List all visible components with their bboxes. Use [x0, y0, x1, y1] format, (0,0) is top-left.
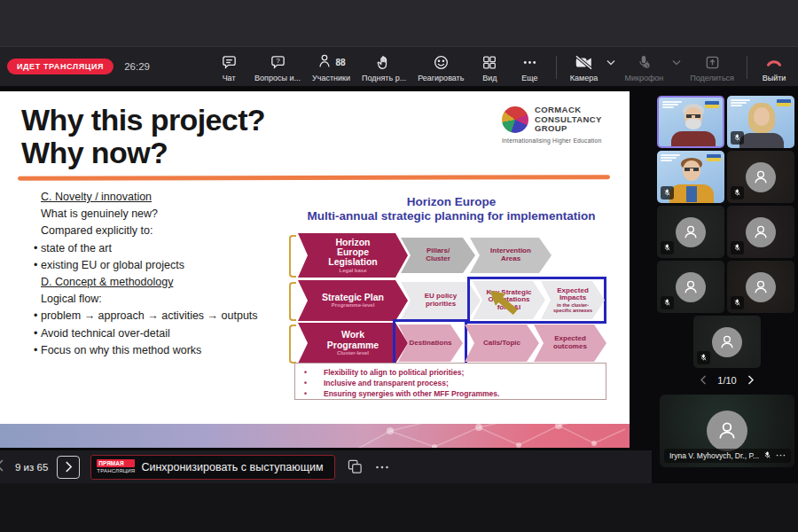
mic-off-icon	[636, 54, 652, 72]
avatar-tile[interactable]	[727, 151, 794, 203]
outline-line: D. Concept & methodology	[27, 274, 284, 291]
arrow-strategic-plan: Strategic PlanProgramme-level	[298, 280, 408, 321]
presentation-controls-bar: 9 из 65 ПРЯМАЯ ТРАНСЛЯЦИЯ Синхронизирова…	[0, 450, 652, 483]
share-button[interactable]: Поделиться	[685, 52, 739, 82]
mic-muted-icon	[731, 296, 744, 309]
cormack-logo: CORMACK CONSULTANCY GROUP Internationali…	[502, 106, 621, 144]
participants-button[interactable]: 88 Участники	[308, 52, 355, 82]
arrow-pillars-cluster: Pillars/ Cluster	[401, 238, 475, 273]
mic-muted-icon	[763, 451, 771, 461]
sync-with-presenter-button[interactable]: ПРЯМАЯ ТРАНСЛЯЦИЯ Синхронизировать с выс…	[90, 455, 334, 480]
camera-off-icon	[575, 54, 593, 72]
toolbar: ИДЕТ ТРАНСЛЯЦИЯ 26:29 Чат ? Вопросы и...	[0, 46, 798, 86]
outline-line: Compared explicitly to:	[27, 223, 284, 239]
share-screen-icon	[704, 54, 721, 72]
globe-logo-icon	[502, 106, 528, 133]
mic-muted-icon	[731, 131, 744, 145]
microphone-button[interactable]: Микрофон	[620, 52, 668, 82]
virtual-bg-ukraine-mark	[707, 154, 721, 161]
virtual-bg-ukraine-mark	[777, 99, 791, 106]
logo-tagline: Internationalising Higher Education	[502, 137, 621, 144]
slides-panel-icon[interactable]	[348, 459, 363, 474]
outline-line: •existing EU or global projects	[27, 257, 284, 274]
row-bracket	[289, 325, 296, 364]
participant-name-bar: Iryna V. Myhovych, Dr., P...	[664, 449, 791, 463]
chat-icon	[221, 54, 238, 72]
chat-button[interactable]: Чат	[210, 52, 247, 82]
react-icon	[433, 54, 450, 72]
camera-button[interactable]: Камера	[565, 52, 602, 82]
avatar	[746, 162, 776, 192]
avatar-tile[interactable]	[657, 206, 724, 258]
mic-muted-icon	[731, 186, 744, 200]
slide-outline: C. Novelty / innovation What is genuinel…	[27, 189, 284, 359]
leave-call-icon	[764, 54, 784, 72]
more-icon	[521, 54, 538, 72]
more-button[interactable]: Еще	[511, 52, 548, 82]
virtual-bg-logo	[662, 101, 682, 109]
virtual-bg-logo	[661, 154, 680, 162]
broadcast-timer: 26:29	[124, 61, 150, 72]
participant-more-icon[interactable]	[776, 451, 786, 461]
raise-hand-icon	[376, 54, 392, 72]
diagram-title: Horizon Europe Multi-annual strategic pl…	[282, 195, 621, 223]
avatar-tile[interactable]	[727, 261, 794, 313]
avatar	[676, 217, 706, 247]
diagram-footer-box: •Flexibility to align to political prior…	[294, 363, 606, 400]
toolbar-divider	[747, 56, 747, 79]
live-broadcast-mini-badge: ПРЯМАЯ ТРАНСЛЯЦИЯ	[97, 459, 135, 474]
avatar-tile[interactable]	[657, 261, 724, 313]
participants-sidebar: 1/10 Iryna V. Myhovych, Dr., P...	[657, 96, 797, 467]
arrow-calls-topic: Calls/Topic	[465, 325, 539, 362]
live-status: ИДЕТ ТРАНСЛЯЦИЯ 26:29	[7, 59, 150, 74]
arrow-work-programme: Work ProgrammeCluster-level	[298, 323, 408, 364]
prev-slide-chevron[interactable]	[0, 459, 4, 475]
raise-hand-button[interactable]: Поднять р...	[357, 52, 411, 82]
pagination-next-chevron[interactable]	[747, 372, 755, 388]
participants-count: 88	[335, 58, 345, 67]
video-tile[interactable]	[657, 151, 724, 203]
qa-button[interactable]: ? Вопросы и...	[250, 52, 305, 82]
next-slide-button[interactable]	[57, 456, 80, 479]
virtual-bg-ukraine-mark	[705, 101, 719, 108]
mic-muted-icon	[661, 241, 674, 254]
video-tile-active-speaker[interactable]	[657, 96, 724, 148]
outline-line: •Avoid technical over-detail	[27, 325, 284, 342]
react-button[interactable]: Реагировать	[413, 52, 468, 82]
titlebar	[0, 0, 798, 46]
meeting-window: ИДЕТ ТРАНСЛЯЦИЯ 26:29 Чат ? Вопросы и...	[0, 0, 798, 532]
gallery-pagination: 1/10	[657, 373, 797, 387]
qa-icon: ?	[270, 54, 286, 72]
view-grid-icon	[481, 54, 497, 72]
avatar-tile[interactable]	[727, 206, 794, 258]
bottom-more-icon[interactable]	[375, 460, 389, 474]
arrow-intervention-areas: Intervention Areas	[470, 238, 552, 273]
video-tile[interactable]	[727, 96, 794, 148]
leave-button[interactable]: Выйти	[755, 52, 793, 82]
camera-dropdown-chevron[interactable]	[605, 59, 617, 66]
microphone-dropdown-chevron[interactable]	[670, 59, 683, 66]
row-bracket	[289, 235, 296, 278]
shared-slide: Why this project? Why now? CORMACK CONSU…	[0, 91, 630, 448]
avatar	[676, 272, 706, 302]
outline-line: What is genuinely new?	[27, 206, 284, 223]
avatar-tile[interactable]	[693, 316, 761, 368]
mic-muted-icon	[661, 186, 674, 200]
live-badge: ИДЕТ ТРАНСЛЯЦИЯ	[7, 59, 113, 74]
bottom-strip	[0, 483, 798, 532]
outline-line: •Focus on why this method works	[27, 342, 284, 359]
network-pattern	[328, 424, 630, 448]
pagination-label: 1/10	[717, 375, 736, 386]
avatar	[746, 217, 776, 247]
slide-bottom-band	[0, 424, 630, 448]
pinned-participant-tile[interactable]: Iryna V. Myhovych, Dr., P...	[660, 395, 794, 467]
arrow-key-strategic-orientations: Key Strategic Orientations for R&I	[473, 281, 545, 319]
toolbar-divider	[556, 56, 557, 79]
slide-page-indicator: 9 из 65	[15, 462, 48, 473]
svg-text:?: ?	[276, 57, 280, 65]
view-button[interactable]: Вид	[471, 52, 508, 82]
mic-muted-icon	[661, 296, 674, 309]
pagination-prev-chevron[interactable]	[700, 372, 707, 388]
participant-name: Iryna V. Myhovych, Dr., P...	[669, 451, 759, 460]
avatar	[746, 272, 776, 302]
